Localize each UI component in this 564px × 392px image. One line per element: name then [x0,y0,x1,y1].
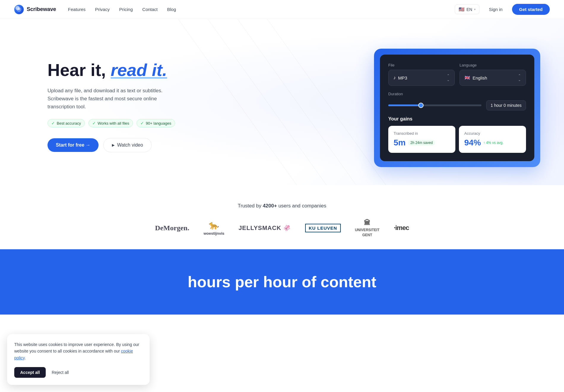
duration-slider[interactable] [388,104,481,106]
gain-card-transcribed: Transcribed in 5m 2h 24m saved [388,126,455,153]
demo-card-container: File ♪ MP3 ⌃⌄ Language [374,43,540,167]
nav-privacy[interactable]: Privacy [95,7,110,12]
hero-title-part1: Hear it, [47,60,111,80]
svg-line-4 [267,19,386,185]
nav-right: 🇺🇸 EN ▾ Sign in Get started [455,4,550,15]
slider-thumb[interactable] [418,103,424,108]
svg-line-2 [208,19,327,185]
nav-left: Scribewave Features Privacy Pricing Cont… [14,5,176,14]
logo-imec: ·imec [394,224,409,232]
nav-contact[interactable]: Contact [142,7,158,12]
watch-video-button[interactable]: ▶ Watch video [103,138,151,152]
watch-label: Watch video [117,142,143,148]
logo-ugent: 🏛 UNIVERSITEIT GENT [355,218,380,237]
slider-fill [388,104,421,106]
demo-card: File ♪ MP3 ⌃⌄ Language [380,55,534,161]
trusted-text: Trusted by 4200+ users and companies [12,203,552,209]
duration-label: Duration [388,92,526,96]
gains-section: Your gains Transcribed in 5m 2h 24m save… [388,116,526,153]
language-field: Language 🇬🇧 English ⌃⌄ [460,63,526,86]
check-icon: ✓ [51,121,55,126]
svg-point-0 [17,7,21,12]
gain-transcribed-value: 5m [394,138,405,147]
nav-links: Features Privacy Pricing Contact Blog [68,7,176,12]
nav-features[interactable]: Features [68,7,85,12]
gain-card-accuracy: Accuracy 94% ↑ 4% vs avg. [459,126,526,153]
badges-row: ✓ Best accuracy ✓ Works with all files ✓… [47,119,175,127]
check-icon-2: ✓ [92,121,96,126]
trusted-prefix: Trusted by [238,203,263,209]
logo-jellysmack: JELLYSMACK 🦑 [239,224,291,231]
demo-card-outer: File ♪ MP3 ⌃⌄ Language [374,49,540,167]
chevron-down-icon: ▾ [474,8,476,11]
logos-row: DeMorgen. 🐆 woestijnvis JELLYSMACK 🦑 KU … [12,218,552,237]
gain-accuracy-value: 94% [464,138,481,147]
gain-transcribed-label: Transcribed in [394,131,450,136]
language-chevron-icon: ⌃⌄ [518,74,521,82]
language-label: Language [460,63,526,67]
trusted-section: Trusted by 4200+ users and companies DeM… [0,185,564,249]
gain-accuracy-label: Accuracy [464,131,521,136]
badge-languages-label: 90+ languages [146,121,171,126]
trusted-suffix: users and companies [277,203,326,209]
hero-title: Hear it, read it. [47,61,175,80]
gain-transcribed-main: 5m 2h 24m saved [394,138,450,147]
hero-title-part2: read it. [111,60,167,80]
uk-flag-icon: 🇬🇧 [465,75,470,80]
language-select[interactable]: 🇬🇧 English ⌃⌄ [460,70,526,86]
file-value: MP3 [398,75,407,80]
logo-icon [14,5,24,14]
gains-title: Your gains [388,116,526,122]
signin-button[interactable]: Sign in [484,4,507,14]
hero-actions: Start for free → ▶ Watch video [47,138,175,152]
duration-value: 1 hour 0 minutes [486,100,526,110]
language-selector[interactable]: 🇺🇸 EN ▾ [455,4,479,14]
blue-heading: hours per hour of content [188,273,376,291]
logo-woestijnvis: 🐆 woestijnvis [204,220,224,236]
svg-line-1 [178,19,297,185]
badge-accuracy-label: Best accuracy [57,121,81,126]
language-select-left: 🇬🇧 English [465,75,487,80]
badge-accuracy: ✓ Best accuracy [47,119,85,127]
file-field: File ♪ MP3 ⌃⌄ [388,63,455,86]
badge-files: ✓ Works with all files [88,119,133,127]
logo-text: Scribewave [27,6,56,12]
gains-cards: Transcribed in 5m 2h 24m saved Accuracy … [388,126,526,153]
hero-content: Hear it, read it. Upload any file, and d… [47,43,175,152]
logo[interactable]: Scribewave [14,5,56,14]
lang-code: EN [466,7,472,12]
gain-accuracy-vs: ↑ 4% vs avg. [483,141,503,145]
badge-languages: ✓ 90+ languages [137,119,175,127]
music-note-icon: ♪ [393,75,396,80]
logo-demorgen: DeMorgen. [155,224,189,232]
svg-line-3 [237,19,356,185]
badge-files-label: Works with all files [98,121,129,126]
get-started-button[interactable]: Get started [512,4,550,15]
file-chevron-icon: ⌃⌄ [447,74,450,82]
trusted-count: 4200+ [263,203,277,209]
language-value: English [473,75,487,80]
slider-row: 1 hour 0 minutes [388,100,526,110]
logo-kuleuven: KU LEUVEN [305,224,341,232]
duration-section: Duration 1 hour 0 minutes [388,92,526,110]
nav-blog[interactable]: Blog [167,7,176,12]
file-select-left: ♪ MP3 [393,75,407,80]
hero-subtitle: Upload any file, and download it as text… [47,87,172,111]
demo-top-row: File ♪ MP3 ⌃⌄ Language [388,63,526,86]
gain-transcribed-badge: 2h 24m saved [408,140,435,146]
play-icon: ▶ [112,143,115,147]
check-icon-3: ✓ [140,121,144,126]
flag-icon: 🇺🇸 [459,7,465,12]
nav-pricing[interactable]: Pricing [119,7,133,12]
start-for-free-button[interactable]: Start for free → [47,138,99,152]
gain-accuracy-main: 94% ↑ 4% vs avg. [464,138,521,147]
file-select[interactable]: ♪ MP3 ⌃⌄ [388,70,455,86]
hero-section: Hear it, read it. Upload any file, and d… [0,19,564,185]
file-label: File [388,63,455,67]
navbar: Scribewave Features Privacy Pricing Cont… [0,0,564,19]
blue-section: hours per hour of content [0,249,564,315]
